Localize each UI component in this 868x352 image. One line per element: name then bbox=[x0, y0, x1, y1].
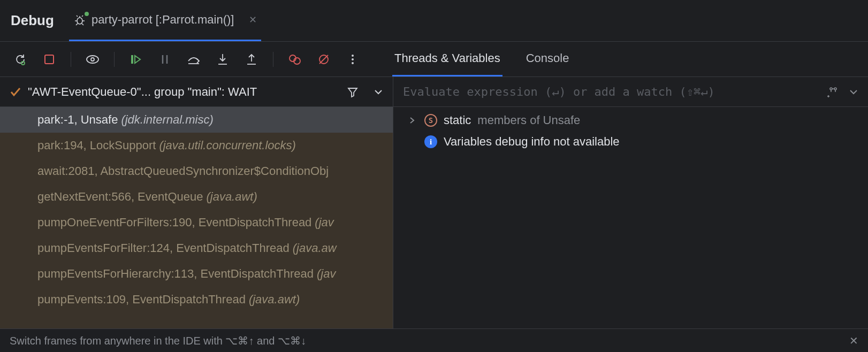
tab-threads-variables[interactable]: Threads & Variables bbox=[392, 42, 502, 76]
step-into-button[interactable] bbox=[215, 52, 230, 67]
evaluate-bar bbox=[393, 77, 868, 107]
chevron-right-icon bbox=[409, 117, 418, 124]
svg-point-20 bbox=[830, 88, 832, 90]
static-badge-icon: S bbox=[424, 114, 437, 127]
close-icon[interactable]: ✕ bbox=[249, 14, 257, 26]
stack-frame[interactable]: pumpEventsForFilter:124, EventDispatchTh… bbox=[0, 235, 393, 261]
chevron-down-icon[interactable] bbox=[849, 89, 858, 95]
run-config-label: party-parrot [:Parrot.main()] bbox=[92, 13, 234, 27]
debug-toolbar: Threads & Variables Console bbox=[0, 42, 868, 77]
var-info-text: Variables debug info not available bbox=[444, 135, 620, 149]
run-config-tab[interactable]: party-parrot [:Parrot.main()] ✕ bbox=[69, 0, 262, 41]
stop-button[interactable] bbox=[42, 52, 57, 67]
chevron-down-icon[interactable] bbox=[374, 89, 383, 95]
stack-frame[interactable]: pumpEventsForHierarchy:113, EventDispatc… bbox=[0, 261, 393, 287]
var-static-label: static bbox=[444, 113, 471, 127]
call-stack: park:-1, Unsafe(jdk.internal.misc)park:1… bbox=[0, 107, 393, 328]
svg-rect-5 bbox=[132, 56, 133, 63]
rerun-button[interactable] bbox=[13, 52, 28, 67]
mute-breakpoints-button[interactable] bbox=[316, 52, 331, 67]
thread-label: "AWT-EventQueue-0"... group "main": WAIT bbox=[28, 85, 340, 99]
close-icon[interactable]: ✕ bbox=[849, 334, 858, 347]
svg-point-19 bbox=[352, 62, 354, 64]
variables-tree: S static members of Unsafe i Variables d… bbox=[393, 107, 868, 155]
bug-icon bbox=[73, 13, 86, 26]
svg-point-3 bbox=[87, 56, 98, 63]
variable-row-static[interactable]: S static members of Unsafe bbox=[403, 113, 858, 127]
stack-frame[interactable]: pumpEvents:109, EventDispatchThread(java… bbox=[0, 287, 393, 312]
tool-window-title: Debug bbox=[11, 12, 54, 29]
evaluate-input[interactable] bbox=[403, 85, 818, 98]
stack-frame[interactable]: await:2081, AbstractQueuedSynchronizer$C… bbox=[0, 158, 393, 184]
svg-point-0 bbox=[77, 18, 82, 24]
stack-frame[interactable]: getNextEvent:566, EventQueue(java.awt) bbox=[0, 184, 393, 210]
svg-point-18 bbox=[352, 58, 354, 60]
svg-point-21 bbox=[834, 88, 836, 90]
add-watch-icon[interactable] bbox=[826, 86, 840, 98]
more-button[interactable] bbox=[345, 52, 360, 67]
view-breakpoints-button[interactable] bbox=[287, 52, 302, 67]
stack-frame[interactable]: park:194, LockSupport(java.util.concurre… bbox=[0, 133, 393, 158]
tab-console[interactable]: Console bbox=[524, 42, 572, 76]
tool-window-header: Debug party-parrot [:Parrot.main()] ✕ bbox=[0, 0, 868, 42]
var-static-rest: members of Unsafe bbox=[477, 113, 580, 127]
thread-selector[interactable]: "AWT-EventQueue-0"... group "main": WAIT bbox=[0, 77, 393, 107]
svg-point-4 bbox=[91, 58, 94, 61]
resume-button[interactable] bbox=[128, 52, 143, 67]
check-icon bbox=[10, 86, 21, 98]
step-over-button[interactable] bbox=[186, 52, 201, 67]
variable-row-info: i Variables debug info not available bbox=[403, 135, 858, 149]
svg-point-17 bbox=[352, 55, 354, 57]
info-badge-icon: i bbox=[424, 135, 437, 148]
hint-bar: Switch frames from anywhere in the IDE w… bbox=[0, 328, 868, 352]
step-out-button[interactable] bbox=[244, 52, 259, 67]
pause-button[interactable] bbox=[157, 52, 172, 67]
show-execution-point-button[interactable] bbox=[85, 52, 100, 67]
hint-text: Switch frames from anywhere in the IDE w… bbox=[10, 334, 306, 347]
filter-icon[interactable] bbox=[347, 86, 359, 98]
stack-frame[interactable]: pumpOneEventForFilters:190, EventDispatc… bbox=[0, 210, 393, 235]
svg-rect-2 bbox=[45, 55, 54, 64]
stack-frame[interactable]: park:-1, Unsafe(jdk.internal.misc) bbox=[0, 107, 393, 133]
